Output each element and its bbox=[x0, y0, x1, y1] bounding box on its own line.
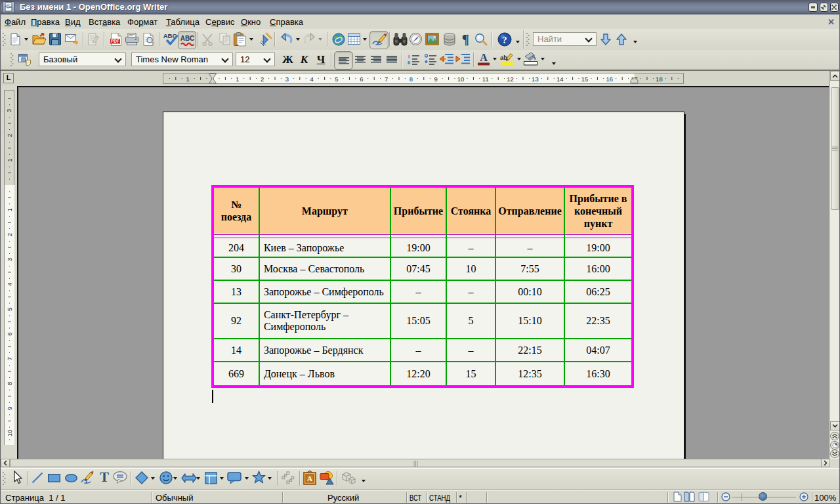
svg-text:2: 2 bbox=[261, 75, 264, 83]
svg-text:1: 1 bbox=[6, 159, 13, 162]
svg-text:ABC: ABC bbox=[180, 35, 194, 42]
svg-text:7: 7 bbox=[385, 75, 388, 83]
svg-text:3: 3 bbox=[5, 109, 12, 112]
svg-text:8: 8 bbox=[6, 382, 13, 385]
svg-text:A: A bbox=[307, 474, 312, 482]
svg-text:2: 2 bbox=[6, 134, 13, 137]
svg-text:14: 14 bbox=[556, 75, 564, 83]
svg-text:¶: ¶ bbox=[462, 32, 469, 46]
svg-text:7: 7 bbox=[6, 357, 13, 360]
svg-text:5: 5 bbox=[6, 307, 13, 310]
svg-text:4: 4 bbox=[6, 283, 13, 286]
svg-text:1: 1 bbox=[236, 75, 239, 83]
svg-text:?: ? bbox=[502, 35, 507, 45]
svg-text:1: 1 bbox=[6, 208, 13, 211]
svg-text:15: 15 bbox=[581, 75, 589, 83]
svg-text:I: I bbox=[408, 54, 410, 60]
svg-text:11: 11 bbox=[482, 75, 489, 83]
svg-text:2: 2 bbox=[6, 233, 13, 236]
svg-text:8: 8 bbox=[410, 75, 413, 83]
svg-text:4: 4 bbox=[310, 75, 314, 83]
svg-text:3: 3 bbox=[285, 75, 289, 83]
svg-text:1: 1 bbox=[186, 75, 190, 83]
svg-text:9: 9 bbox=[434, 75, 438, 83]
svg-text:II: II bbox=[408, 60, 410, 66]
svg-text:13: 13 bbox=[532, 75, 539, 83]
svg-text:12: 12 bbox=[507, 75, 514, 83]
svg-text:6: 6 bbox=[360, 75, 363, 83]
svg-text:10: 10 bbox=[457, 75, 465, 83]
svg-text:16: 16 bbox=[606, 75, 614, 83]
svg-text:3: 3 bbox=[6, 258, 13, 261]
svg-text:6: 6 bbox=[6, 332, 13, 335]
svg-text:PDF: PDF bbox=[111, 39, 119, 43]
svg-text:5: 5 bbox=[335, 75, 338, 83]
svg-text:A: A bbox=[480, 52, 488, 63]
svg-text:9: 9 bbox=[6, 407, 13, 410]
svg-text:18: 18 bbox=[656, 75, 663, 83]
svg-text:10: 10 bbox=[6, 430, 13, 437]
